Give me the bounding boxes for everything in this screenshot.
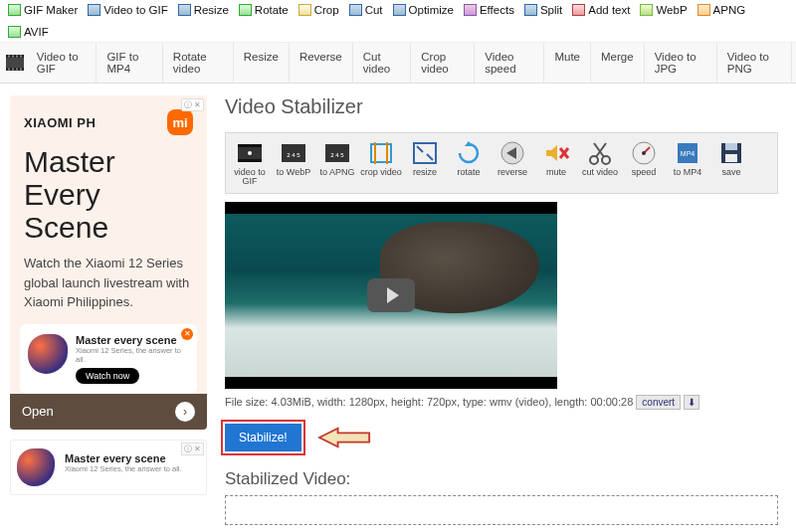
tool-label: cut video bbox=[582, 168, 618, 177]
tool-to-apng[interactable]: 2 4 5to APNG bbox=[315, 137, 359, 189]
ad-title: Master Every Scene bbox=[10, 141, 207, 254]
svg-rect-4 bbox=[12, 56, 14, 58]
ad-card-badge-icon: ✕ bbox=[181, 328, 193, 340]
tool-to-webp[interactable]: 2 4 5to WebP bbox=[272, 137, 315, 189]
topnav-webp[interactable]: WebP bbox=[640, 4, 687, 16]
svg-rect-12 bbox=[238, 144, 262, 147]
topnav-label: Optimize bbox=[409, 4, 454, 16]
gif-maker-icon bbox=[8, 4, 21, 16]
tool-resize[interactable]: resize bbox=[403, 137, 447, 189]
svg-point-29 bbox=[642, 151, 646, 155]
subnav-reverse[interactable]: Reverse bbox=[290, 43, 353, 83]
svg-rect-10 bbox=[20, 69, 22, 71]
subnav-video-to-png[interactable]: Video to PNG bbox=[717, 43, 792, 83]
ad-xiaomi-main[interactable]: ⓘ ✕ XIAOMI PH mi Master Every Scene Watc… bbox=[10, 95, 207, 430]
topnav-gif-maker[interactable]: GIF Maker bbox=[8, 4, 78, 16]
ad-close-icon[interactable]: ⓘ ✕ bbox=[181, 98, 204, 111]
ad2-close-icon[interactable]: ⓘ ✕ bbox=[181, 443, 204, 455]
subnav-video-to-gif[interactable]: Video to GIF bbox=[27, 43, 98, 83]
topnav-resize[interactable]: Resize bbox=[178, 4, 229, 16]
topnav-label: APNG bbox=[713, 4, 746, 16]
convert-button[interactable]: convert bbox=[636, 395, 681, 410]
svg-rect-5 bbox=[16, 56, 18, 58]
save-icon bbox=[716, 139, 746, 167]
topnav-cut[interactable]: Cut bbox=[349, 4, 383, 16]
download-icon[interactable]: ⬇ bbox=[684, 395, 699, 410]
to-webp-icon: 2 4 5 bbox=[279, 139, 308, 167]
tool-to-mp4[interactable]: MP4to MP4 bbox=[666, 137, 709, 189]
file-info: File size: 4.03MiB, width: 1280px, heigh… bbox=[225, 395, 778, 410]
subnav-rotate-video[interactable]: Rotate video bbox=[163, 43, 234, 83]
topnav-label: Crop bbox=[314, 4, 339, 16]
ad-card-sub: Xiaomi 12 Series, the answer to all. bbox=[76, 346, 187, 364]
video-preview[interactable] bbox=[225, 202, 557, 389]
topnav-video-to-gif[interactable]: Video to GIF bbox=[88, 4, 167, 16]
stabilized-heading: Stabilized Video: bbox=[225, 469, 778, 489]
subnav-video-to-jpg[interactable]: Video to JPG bbox=[645, 43, 717, 83]
ad-open-arrow-icon[interactable]: › bbox=[175, 402, 195, 422]
ad-xiaomi-secondary[interactable]: ⓘ ✕ Master every scene Xiaomi 12 Series,… bbox=[10, 440, 207, 495]
page-title: Video Stabilizer bbox=[225, 95, 778, 118]
add-text-icon bbox=[572, 4, 585, 16]
mi-logo-icon: mi bbox=[167, 109, 193, 135]
topnav-label: Add text bbox=[588, 4, 630, 16]
svg-rect-3 bbox=[8, 56, 10, 58]
topnav-label: Effects bbox=[480, 4, 514, 16]
topnav-label: WebP bbox=[656, 4, 687, 16]
tool-label: speed bbox=[632, 168, 657, 177]
ad2-sub: Xiaomi 12 Series, the answer to all. bbox=[65, 464, 200, 473]
topnav-add-text[interactable]: Add text bbox=[572, 4, 630, 16]
tool-rotate[interactable]: rotate bbox=[447, 137, 491, 189]
stabilized-output-box bbox=[225, 495, 778, 525]
topnav-label: Resize bbox=[194, 4, 229, 16]
svg-rect-9 bbox=[16, 69, 18, 71]
watch-now-button[interactable]: Watch now bbox=[76, 368, 139, 384]
tool-mute[interactable]: mute bbox=[534, 137, 578, 189]
file-info-text: File size: 4.03MiB, width: 1280px, heigh… bbox=[225, 396, 633, 408]
rotate-icon bbox=[239, 4, 252, 16]
subnav-gif-to-mp4[interactable]: GIF to MP4 bbox=[97, 43, 162, 83]
tool-reverse[interactable]: reverse bbox=[491, 137, 534, 189]
svg-rect-8 bbox=[12, 69, 14, 71]
tool-crop-video[interactable]: crop video bbox=[359, 137, 403, 189]
stabilize-button[interactable]: Stabilize! bbox=[225, 424, 301, 451]
topnav-apng[interactable]: APNG bbox=[697, 4, 746, 16]
ad-open-button[interactable]: Open bbox=[22, 404, 54, 419]
topnav-label: GIF Maker bbox=[24, 4, 78, 16]
tool-video-to-gif[interactable]: video to GIF bbox=[228, 137, 272, 189]
tool-label: to MP4 bbox=[674, 168, 702, 177]
subnav-video-speed[interactable]: Video speed bbox=[475, 43, 544, 83]
topnav-rotate[interactable]: Rotate bbox=[239, 4, 289, 16]
subnav-resize[interactable]: Resize bbox=[234, 43, 290, 83]
ad-brand: XIAOMI PH bbox=[24, 115, 96, 130]
svg-text:MP4: MP4 bbox=[681, 150, 696, 157]
cut-video-icon bbox=[585, 139, 615, 167]
topnav-avif[interactable]: AVIF bbox=[8, 26, 49, 38]
tool-label: to WebP bbox=[277, 168, 310, 177]
subnav-merge[interactable]: Merge bbox=[591, 43, 645, 83]
ad2-title: Master every scene bbox=[65, 452, 200, 464]
cut-icon bbox=[349, 4, 362, 16]
topnav-optimize[interactable]: Optimize bbox=[393, 4, 454, 16]
subnav-crop-video[interactable]: Crop video bbox=[411, 43, 475, 83]
tool-speed[interactable]: speed bbox=[622, 137, 666, 189]
mute-icon bbox=[541, 139, 571, 167]
tool-cut-video[interactable]: cut video bbox=[578, 137, 622, 189]
subnav-mute[interactable]: Mute bbox=[544, 43, 591, 83]
tool-save[interactable]: save bbox=[709, 137, 753, 189]
resize-icon bbox=[410, 139, 440, 167]
apng-icon bbox=[697, 4, 710, 16]
top-nav: GIF MakerVideo to GIFResizeRotateCropCut… bbox=[0, 0, 796, 43]
subnav-cut-video[interactable]: Cut video bbox=[353, 43, 412, 83]
svg-text:2 4 5: 2 4 5 bbox=[287, 152, 300, 158]
svg-text:2 4 5: 2 4 5 bbox=[330, 152, 344, 158]
topnav-split[interactable]: Split bbox=[524, 4, 562, 16]
toolbar: video to GIF2 4 5to WebP2 4 5to APNGcrop… bbox=[225, 132, 778, 194]
play-button-icon[interactable] bbox=[367, 278, 415, 312]
topnav-label: Video to GIF bbox=[103, 4, 167, 16]
topnav-effects[interactable]: Effects bbox=[464, 4, 514, 16]
topnav-crop[interactable]: Crop bbox=[298, 4, 339, 16]
ad2-orb-graphic bbox=[17, 448, 55, 486]
reverse-icon bbox=[498, 139, 527, 167]
tool-label: save bbox=[721, 168, 740, 177]
